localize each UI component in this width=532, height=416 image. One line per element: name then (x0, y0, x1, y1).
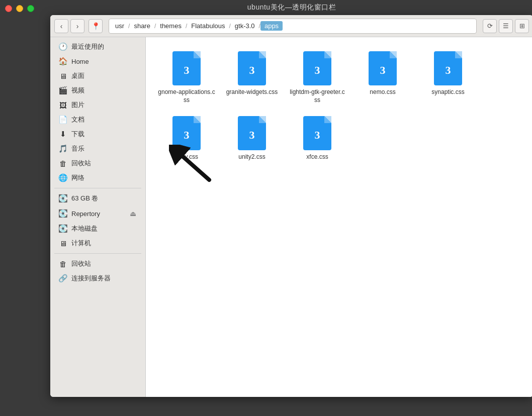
documents-icon: 📄 (58, 115, 67, 124)
sidebar-connect-server-label: 连接到服务器 (71, 274, 137, 283)
music-icon: 🎵 (58, 144, 67, 153)
server-icon: 🔗 (58, 274, 67, 283)
sidebar-item-home[interactable]: 🏠 Home (52, 54, 143, 68)
sidebar-computer-label: 计算机 (71, 239, 137, 248)
computer-icon: 🖥 (58, 239, 67, 248)
fold-5 (455, 51, 462, 58)
sidebar-item-recent[interactable]: 🕐 最近使用的 (52, 40, 143, 54)
sidebar-item-pictures[interactable]: 🖼 图片 (52, 98, 143, 112)
sidebar-desktop-label: 桌面 (71, 71, 137, 80)
file-area: 3 gnome-applications.css 3 granite-widge… (146, 37, 532, 397)
file-name-1: gnome-applications.css (158, 88, 215, 104)
forward-button[interactable]: › (70, 19, 84, 33)
breadcrumb-apps[interactable]: apps (260, 21, 283, 31)
file-grid: 3 gnome-applications.css 3 granite-widge… (154, 45, 525, 167)
fold-3 (324, 51, 331, 58)
disk-icon-3: 💽 (58, 224, 67, 233)
back-button[interactable]: ‹ (54, 19, 68, 33)
sidebar-item-music[interactable]: 🎵 音乐 (52, 142, 143, 156)
toolbar: ‹ › 📍 usr / share / themes / Flatabulous… (50, 15, 532, 37)
breadcrumb-share[interactable]: share (130, 21, 154, 31)
breadcrumb-themes[interactable]: themes (156, 21, 186, 31)
grid-view-button[interactable]: ⊞ (515, 19, 529, 33)
icon-symbol-6: 3 (184, 129, 190, 142)
fold-4 (390, 51, 397, 58)
breadcrumb-usr[interactable]: usr (111, 21, 128, 31)
breadcrumb-gtk30[interactable]: gtk-3.0 (231, 21, 259, 31)
file-item-unity[interactable]: 3 unity.css (154, 110, 219, 167)
sidebar-item-network[interactable]: 🌐 网络 (52, 171, 143, 185)
css-file-icon-7: 3 (238, 116, 266, 150)
fold-8 (324, 116, 331, 123)
sidebar-item-local-disk[interactable]: 💽 本地磁盘 (52, 222, 143, 236)
maximize-button[interactable] (27, 5, 34, 12)
css-file-icon-2: 3 (238, 51, 266, 85)
css-file-icon-5: 3 (434, 51, 462, 85)
toolbar-right: ⟳ ☰ ⊞ (483, 19, 529, 33)
css-file-icon-3: 3 (303, 51, 331, 85)
css-file-icon-1: 3 (172, 51, 201, 85)
sidebar-divider-1 (54, 188, 141, 188)
sidebar-item-63gb[interactable]: 💽 63 GB 卷 (52, 191, 143, 205)
fold-2 (259, 51, 266, 58)
location-icon: 📍 (88, 19, 103, 33)
sidebar-repertory-label: Repertory (71, 210, 125, 218)
sidebar-divider-2 (54, 253, 141, 254)
eject-button[interactable]: ⏏ (129, 209, 137, 219)
sidebar-item-connect-server[interactable]: 🔗 连接到服务器 (52, 271, 143, 285)
file-item-xfce[interactable]: 3 xfce.css (285, 110, 350, 167)
home-icon: 🏠 (58, 57, 67, 66)
sidebar-home-label: Home (71, 58, 137, 65)
disk-icon-1: 💽 (58, 194, 67, 203)
icon-symbol-1: 3 (184, 64, 190, 77)
minimize-button[interactable] (16, 5, 23, 12)
sidebar-downloads-label: 下载 (71, 130, 137, 139)
file-item-synaptic[interactable]: 3 synaptic.css (415, 45, 481, 110)
file-name-7: unity2.css (238, 153, 265, 161)
breadcrumb: usr / share / themes / Flatabulous / gtk… (109, 19, 477, 34)
icon-symbol-4: 3 (380, 64, 386, 77)
recent-icon: 🕐 (58, 42, 67, 51)
list-view-button[interactable]: ☰ (499, 19, 513, 33)
sidebar-documents-label: 文档 (71, 115, 137, 124)
file-name-3: lightdm-gtk-greeter.css (289, 88, 346, 104)
sidebar-item-trash-1[interactable]: 🗑 回收站 (52, 156, 143, 170)
sidebar-item-trash-2[interactable]: 🗑 回收站 (52, 257, 143, 271)
sidebar-item-video[interactable]: 🎬 视频 (52, 83, 143, 97)
close-button[interactable] (5, 5, 12, 12)
sidebar-item-repertory[interactable]: 💽 Repertory ⏏ (52, 206, 143, 221)
file-item-nemo[interactable]: 3 nemo.css (350, 45, 415, 110)
content-area: 🕐 最近使用的 🏠 Home 🖥 桌面 🎬 视频 🖼 图片 📄 文档 (50, 37, 532, 397)
icon-symbol-3: 3 (315, 64, 320, 77)
file-name-2: granite-widgets.css (226, 88, 278, 96)
file-name-4: nemo.css (370, 88, 395, 96)
sidebar-video-label: 视频 (71, 86, 137, 95)
sidebar-item-downloads[interactable]: ⬇ 下载 (52, 127, 143, 141)
disk-icon-2: 💽 (58, 209, 67, 218)
file-item-granite-widgets[interactable]: 3 granite-widgets.css (219, 45, 285, 110)
breadcrumb-flatabulous[interactable]: Flatabulous (187, 21, 229, 31)
sidebar-pictures-label: 图片 (71, 100, 137, 110)
file-item-gnome-applications[interactable]: 3 gnome-applications.css (154, 45, 219, 110)
icon-symbol-2: 3 (249, 64, 255, 77)
file-item-unity2[interactable]: 3 unity2.css (219, 110, 285, 167)
reload-button[interactable]: ⟳ (483, 19, 497, 33)
sidebar-item-desktop[interactable]: 🖥 桌面 (52, 69, 143, 83)
downloads-icon: ⬇ (58, 130, 67, 139)
fold-7 (259, 116, 266, 123)
trash-icon-1: 🗑 (58, 159, 67, 168)
sidebar: 🕐 最近使用的 🏠 Home 🖥 桌面 🎬 视频 🖼 图片 📄 文档 (50, 37, 146, 397)
icon-symbol-7: 3 (249, 129, 255, 142)
sidebar-item-computer[interactable]: 🖥 计算机 (52, 236, 143, 250)
file-name-6: unity.css (175, 153, 198, 161)
sidebar-item-documents[interactable]: 📄 文档 (52, 113, 143, 127)
file-name-8: xfce.css (306, 153, 328, 161)
sidebar-music-label: 音乐 (71, 144, 137, 153)
sidebar-63gb-label: 63 GB 卷 (71, 194, 137, 203)
file-item-lightdm[interactable]: 3 lightdm-gtk-greeter.css (285, 45, 350, 110)
sidebar-trash-label-2: 回收站 (71, 259, 137, 268)
file-name-5: synaptic.css (431, 88, 464, 96)
sidebar-local-disk-label: 本地磁盘 (71, 224, 137, 233)
file-manager-window: ‹ › 📍 usr / share / themes / Flatabulous… (50, 15, 532, 397)
fold-6 (194, 116, 201, 123)
